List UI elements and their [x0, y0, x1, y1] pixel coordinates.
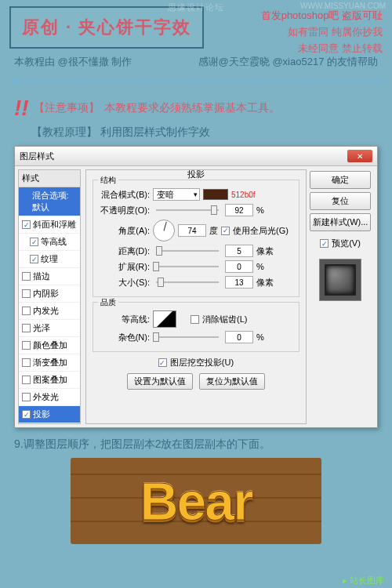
- page-title: 原创 · 夹心饼干字效: [22, 17, 191, 37]
- style-label: 等高线: [41, 236, 67, 248]
- opacity-input[interactable]: 92: [225, 204, 253, 216]
- close-button[interactable]: ✕: [347, 150, 372, 162]
- shadow-color-swatch[interactable]: [203, 189, 228, 200]
- style-item-7[interactable]: 光泽: [19, 320, 80, 337]
- noise-label: 杂色(N):: [96, 332, 150, 343]
- antialias-checkbox[interactable]: [191, 315, 199, 324]
- opacity-label: 不透明度(O):: [96, 205, 150, 216]
- drop-shadow-panel: 投影 结构 混合模式(B): 变暗 512b0f 不透明度(O): 92 % 角…: [85, 169, 307, 424]
- credit-author: 本教程由 @很不懂撒 制作: [14, 55, 132, 69]
- noise-input[interactable]: 0: [225, 331, 253, 343]
- result-preview: Bear: [71, 458, 321, 544]
- spread-unit: %: [256, 262, 264, 271]
- style-label: 外发光: [33, 391, 59, 403]
- angle-unit: 度: [209, 225, 218, 237]
- style-checkbox[interactable]: [22, 358, 31, 367]
- style-checkbox[interactable]: [22, 272, 31, 281]
- angle-input[interactable]: 74: [178, 224, 206, 237]
- size-input[interactable]: 13: [225, 276, 253, 289]
- step-9-text: 9.调整图层顺序，把图层副本2放在图层副本的下面。: [0, 433, 392, 456]
- header-note-2: 如有雷同 纯属你抄我: [261, 24, 383, 41]
- spread-label: 扩展(R):: [96, 261, 150, 273]
- style-label: 图案叠加: [33, 374, 67, 386]
- make-default-button[interactable]: 设置为默认值: [127, 373, 193, 390]
- style-item-1[interactable]: 斜面和浮雕: [19, 216, 80, 234]
- global-light-label: 使用全局光(G): [233, 225, 289, 237]
- distance-input[interactable]: 5: [225, 245, 253, 257]
- distance-label: 距离(D):: [96, 245, 150, 257]
- quality-title: 品质: [98, 297, 118, 308]
- quality-fieldset: 品质 等高线: 消除锯齿(L) 杂色(N): 0 %: [93, 302, 299, 352]
- antialias-label: 消除锯齿(L): [202, 314, 247, 325]
- style-item-2[interactable]: 等高线: [19, 234, 80, 251]
- exclaim-icon: !!: [14, 96, 29, 121]
- style-item-3[interactable]: 纹理: [19, 251, 80, 268]
- structure-title: 结构: [98, 175, 118, 186]
- style-checkbox[interactable]: [30, 238, 38, 246]
- style-checkbox[interactable]: [22, 410, 31, 419]
- style-item-10[interactable]: 图案叠加: [19, 372, 80, 389]
- style-checkbox[interactable]: [22, 307, 31, 315]
- style-checkbox[interactable]: [22, 393, 31, 401]
- contour-picker[interactable]: [153, 310, 176, 328]
- blend-mode-label: 混合模式(B):: [96, 189, 150, 201]
- style-checkbox[interactable]: [22, 220, 31, 229]
- style-label: 描边: [33, 270, 50, 282]
- global-light-checkbox[interactable]: [221, 227, 230, 235]
- cancel-button[interactable]: 复位: [310, 192, 371, 210]
- angle-dial[interactable]: [153, 220, 175, 241]
- distance-slider[interactable]: [156, 250, 219, 252]
- contour-label: 等高线:: [96, 314, 150, 325]
- attention-text: 本教程要求必须熟练掌握基本工具。: [104, 101, 280, 115]
- knockout-checkbox[interactable]: [158, 358, 167, 367]
- size-slider[interactable]: [156, 281, 219, 283]
- reset-default-button[interactable]: 复位为默认值: [199, 373, 265, 390]
- scissors-icon: ✂: [9, 72, 23, 91]
- blend-mode-dropdown[interactable]: 变暗: [153, 188, 200, 201]
- opacity-unit: %: [256, 205, 264, 215]
- preview-swatch: [319, 259, 361, 301]
- angle-label: 角度(A):: [96, 225, 150, 237]
- style-label: 光泽: [33, 322, 50, 334]
- divider-dashed: [26, 81, 383, 83]
- style-item-6[interactable]: 内发光: [19, 303, 80, 320]
- opacity-slider[interactable]: [156, 209, 219, 211]
- preview-checkbox[interactable]: [320, 239, 328, 248]
- layer-style-dialog: 图层样式 ✕ 样式 混合选项:默认斜面和浮雕等高线纹理描边内阴影内发光光泽颜色叠…: [14, 146, 378, 428]
- spread-slider[interactable]: [156, 266, 219, 267]
- preview-label: 预览(V): [332, 238, 361, 249]
- styles-list: 样式 混合选项:默认斜面和浮雕等高线纹理描边内阴影内发光光泽颜色叠加渐变叠加图案…: [18, 169, 81, 424]
- style-item-5[interactable]: 内阴影: [19, 285, 80, 303]
- style-item-12[interactable]: 投影: [19, 406, 80, 423]
- principle-text: 利用图层样式制作字效: [100, 125, 210, 138]
- spread-input[interactable]: 0: [225, 260, 253, 273]
- style-checkbox[interactable]: [22, 376, 31, 384]
- style-item-11[interactable]: 外发光: [19, 389, 80, 406]
- style-item-0[interactable]: 混合选项:默认: [19, 187, 80, 216]
- style-label: 斜面和浮雕: [33, 219, 76, 230]
- dialog-title: 图层样式: [20, 151, 54, 162]
- dialog-titlebar[interactable]: 图层样式 ✕: [15, 147, 377, 166]
- size-label: 大小(S):: [96, 277, 150, 289]
- style-item-8[interactable]: 颜色叠加: [19, 337, 80, 354]
- style-label: 纹理: [41, 253, 58, 265]
- noise-slider[interactable]: [156, 336, 219, 338]
- style-item-4[interactable]: 描边: [19, 268, 80, 285]
- structure-fieldset: 结构 混合模式(B): 变暗 512b0f 不透明度(O): 92 % 角度(A…: [93, 180, 299, 297]
- distance-unit: 像素: [256, 245, 274, 257]
- size-unit: 像素: [256, 277, 274, 289]
- knockout-label: 图层挖空投影(U): [170, 357, 234, 368]
- style-checkbox[interactable]: [22, 289, 31, 298]
- dialog-right-column: 确定 复位 新建样式(W)... 预览(V): [307, 169, 374, 424]
- ok-button[interactable]: 确定: [310, 171, 371, 189]
- style-checkbox[interactable]: [22, 341, 31, 350]
- attention-label: 【注意事项】: [34, 101, 100, 115]
- style-item-9[interactable]: 渐变叠加: [19, 354, 80, 372]
- style-checkbox[interactable]: [30, 255, 38, 263]
- shadow-color-hex: 512b0f: [231, 191, 256, 199]
- new-style-button[interactable]: 新建样式(W)...: [310, 213, 371, 231]
- style-checkbox[interactable]: [22, 324, 31, 332]
- panel-title: 投影: [187, 169, 205, 180]
- footer-watermark: ▸ 站长图库: [343, 575, 384, 586]
- credit-thanks: 感谢@天空霞晓 @xiao5217 的友情帮助: [198, 55, 378, 69]
